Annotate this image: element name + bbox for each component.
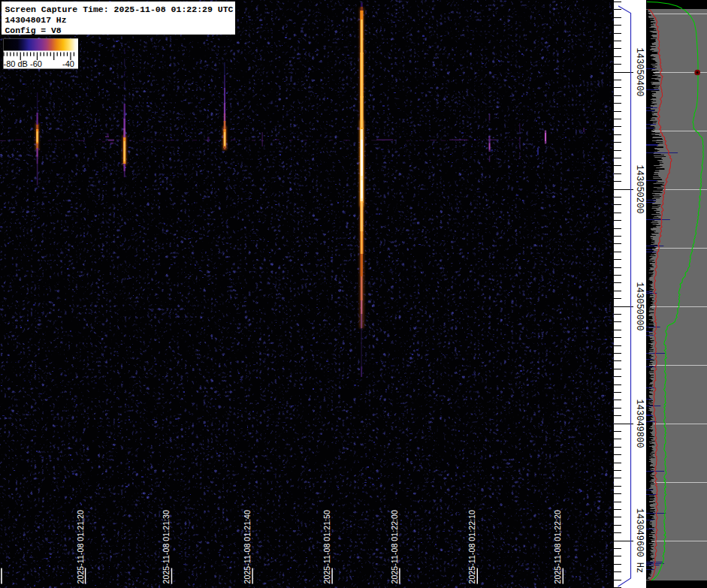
svg-text:143050200: 143050200 [634,165,645,214]
svg-text:Config = V8: Config = V8 [5,26,62,35]
svg-text:-80 dB -60: -80 dB -60 [4,59,42,68]
svg-text:143048017 Hz: 143048017 Hz [5,16,67,25]
svg-text:Screen Capture Time: 2025-11-0: Screen Capture Time: 2025-11-08 01:22:29… [5,5,234,14]
svg-text:-40: -40 [62,59,74,68]
svg-text:143049800: 143049800 [634,400,645,448]
svg-text:2025-11-08 01:21:40: 2025-11-08 01:21:40 [243,510,252,584]
svg-text:143050000: 143050000 [634,282,645,331]
svg-text:143049600 Hz: 143049600 Hz [634,508,645,573]
svg-text:2025-11-08 01:22:00: 2025-11-08 01:22:00 [390,510,399,584]
svg-text:2025-11-08 01:22:10: 2025-11-08 01:22:10 [467,510,476,584]
svg-text:2025-11-08 01:22:20: 2025-11-08 01:22:20 [553,510,562,584]
svg-text:143050400: 143050400 [634,48,645,97]
svg-text:2025-11-08 01:21:20: 2025-11-08 01:21:20 [76,510,85,584]
svg-text:2025-11-08 01:21:30: 2025-11-08 01:21:30 [162,510,171,584]
svg-text:2025-11-08 01:21:50: 2025-11-08 01:21:50 [322,510,331,584]
